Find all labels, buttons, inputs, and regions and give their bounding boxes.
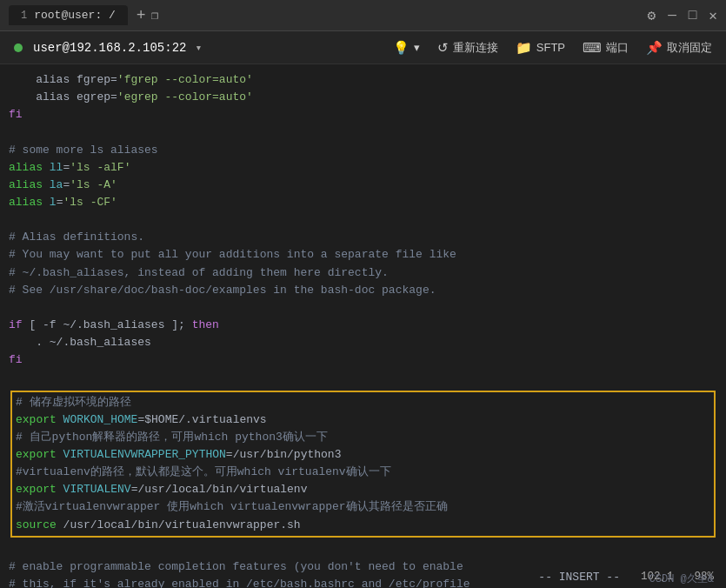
line-alias-la: alias la='ls -A': [9, 177, 717, 194]
connection-dropdown-icon[interactable]: ▾: [195, 41, 202, 55]
line-comment-alias: # Alias definitions.: [9, 229, 717, 246]
terminal-content: alias fgrep='fgrep --color=auto' alias e…: [0, 71, 726, 588]
hl-line-8: source /usr/local/bin/virtualenvwrapper.…: [16, 517, 710, 534]
connection-label: user@192.168.2.105:22: [33, 41, 186, 55]
line-blank-4: [9, 369, 717, 386]
bulb-icon: 💡: [393, 40, 410, 56]
connection-status-dot: [14, 43, 23, 52]
tab-number: 1: [21, 10, 27, 22]
hl-line-6: export VIRTUALENV=/usr/local/bin/virtual…: [16, 481, 710, 498]
watermark: CSDN @久坐&: [649, 571, 714, 586]
settings-icon[interactable]: ⚙: [648, 7, 656, 24]
titlebar: 1 root@user: / + ❐ ⚙ — □ ✕: [0, 0, 726, 31]
toolbar-actions: 💡 ▾ ↺ 重新连接 📁 SFTP ⌨ 端口 📌 取消固定: [393, 40, 712, 56]
line-egrep: alias egrep='egrep --color=auto': [9, 89, 717, 106]
line-some-more: # some more ls aliases: [9, 142, 717, 159]
line-blank-1: [9, 124, 717, 141]
maximize-icon[interactable]: □: [689, 8, 697, 23]
line-alias-l: alias l='ls -CF': [9, 194, 717, 211]
line-blank-2: [9, 211, 717, 229]
line-alias-ll: alias ll='ls -alF': [9, 159, 717, 177]
reconnect-button[interactable]: ↺ 重新连接: [437, 40, 498, 56]
window-layout-button[interactable]: ❐: [151, 8, 158, 23]
toolbar: user@192.168.2.105:22 ▾ 💡 ▾ ↺ 重新连接 📁 SFT…: [0, 31, 726, 64]
line-fi-2: fi: [9, 351, 717, 369]
hl-line-1: # 储存虚拟环境的路径: [16, 394, 710, 411]
unpin-button[interactable]: 📌 取消固定: [646, 40, 712, 56]
hl-line-4: export VIRTUALENVWRAPPER_PYTHON=/usr/bin…: [16, 446, 710, 464]
sftp-label: SFTP: [536, 41, 565, 54]
reconnect-icon: ↺: [437, 40, 449, 56]
close-icon[interactable]: ✕: [709, 7, 717, 24]
hl-line-2: export WORKON_HOME=$HOME/.virtualenvs: [16, 411, 710, 429]
line-comment-bash-aliases: # ~/.bash_aliases, instead of adding the…: [9, 264, 717, 282]
sftp-icon: 📁: [516, 40, 532, 56]
titlebar-controls: ⚙ — □ ✕: [648, 7, 718, 24]
line-blank-3: [9, 299, 717, 317]
titlebar-tab[interactable]: 1 root@user: /: [9, 5, 128, 25]
tab-title: root@user: /: [34, 9, 116, 22]
hl-line-7: #激活virtualenvwrapper 使用which virtualenvw…: [16, 498, 710, 516]
arrow-dropdown[interactable]: ▾: [414, 41, 420, 54]
toolbar-connection: user@192.168.2.105:22 ▾: [14, 41, 393, 55]
line-fgrep: alias fgrep='fgrep --color=auto': [9, 71, 717, 89]
minimize-icon[interactable]: —: [668, 8, 676, 23]
line-if-bash-aliases: if [ -f ~/.bash_aliases ]; then: [9, 317, 717, 334]
line-blank-5: [9, 541, 717, 558]
new-tab-button[interactable]: +: [137, 7, 146, 24]
line-comment-additions: # You may want to put all your additions…: [9, 246, 717, 264]
bulb-button[interactable]: 💡 ▾: [393, 40, 420, 56]
terminal-area[interactable]: alias fgrep='fgrep --color=auto' alias e…: [0, 64, 726, 588]
hl-line-3: # 自己python解释器的路径，可用which python3确认一下: [16, 429, 710, 446]
line-dot-bash-aliases: . ~/.bash_aliases: [9, 334, 717, 351]
insert-mode-indicator: -- INSERT --: [538, 569, 620, 586]
hl-line-5: #virtualenv的路径，默认都是这个。可用which virtualenv…: [16, 464, 710, 481]
highlighted-virtualenv-block: # 储存虚拟环境的路径 export WORKON_HOME=$HOME/.vi…: [10, 391, 716, 538]
terminal-label: 端口: [606, 40, 629, 56]
line-fi-1: fi: [9, 106, 717, 124]
terminal-button[interactable]: ⌨ 端口: [583, 40, 629, 56]
line-comment-see: # See /usr/share/doc/bash-doc/examples i…: [9, 282, 717, 299]
pin-icon: 📌: [646, 40, 663, 56]
pin-label: 取消固定: [667, 40, 712, 56]
sftp-button[interactable]: 📁 SFTP: [516, 40, 565, 56]
terminal-icon: ⌨: [583, 40, 602, 56]
reconnect-label: 重新连接: [453, 40, 498, 56]
